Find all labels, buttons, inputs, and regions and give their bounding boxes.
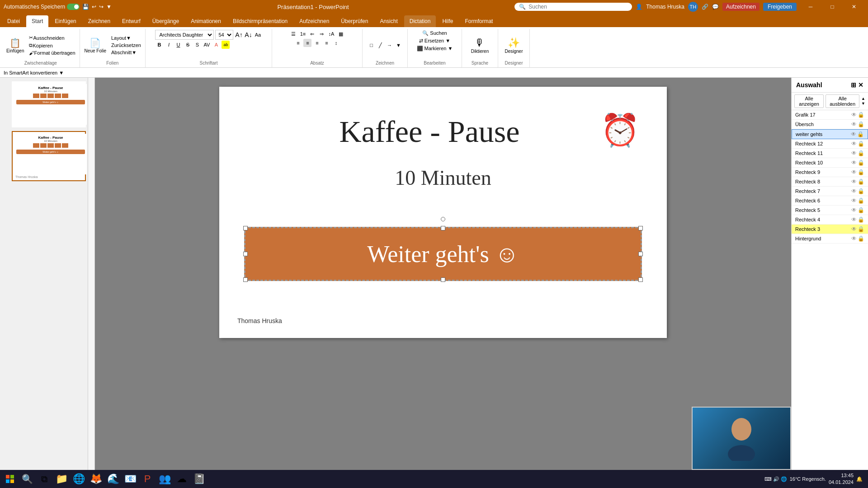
shape-arrow-button[interactable]: → — [385, 41, 393, 49]
slide-button-rect[interactable]: Weiter geht's ☺ — [244, 227, 642, 281]
layer-item-9[interactable]: Rechteck 6👁🔒 — [792, 196, 868, 206]
layer-eye-7[interactable]: 👁 — [851, 178, 857, 185]
tab-animationen[interactable]: Animationen — [185, 15, 226, 27]
justify-button[interactable]: ≡ — [322, 39, 330, 47]
hide-all-button[interactable]: Alle ausblenden — [826, 94, 859, 108]
abschnitt-button[interactable]: Abschnitt ▼ — [110, 49, 142, 56]
outlook-button[interactable]: 📧 — [122, 471, 138, 487]
copy-button[interactable]: ⧉ Kopieren — [28, 42, 76, 49]
zuruecksetzen-button[interactable]: Zurücksetzen — [110, 42, 142, 48]
move-down-icon[interactable]: ▼ — [861, 101, 865, 106]
system-tray[interactable]: ⌨ 🔊 🌐 — [764, 476, 787, 482]
layer-eye-9[interactable]: 👁 — [851, 197, 857, 204]
columns-button[interactable]: ▦ — [337, 30, 345, 38]
more-icon[interactable]: ▼ — [106, 4, 112, 10]
onedrive-button[interactable]: ☁ — [174, 471, 190, 487]
handle-br[interactable] — [638, 277, 643, 282]
autosave-toggle[interactable]: Automatisches Speichern — [4, 4, 80, 10]
notification-button[interactable]: 🔔 — [856, 476, 863, 482]
minimize-button[interactable]: ─ — [800, 0, 821, 14]
tab-start[interactable]: Start — [26, 15, 48, 27]
layer-lock-3[interactable]: 🔒 — [858, 141, 864, 147]
start-button[interactable] — [2, 471, 18, 487]
share-icon[interactable]: 🔗 — [702, 4, 708, 10]
layer-eye-0[interactable]: 👁 — [851, 112, 857, 118]
layer-lock-5[interactable]: 🔒 — [858, 160, 864, 166]
rotate-handle[interactable] — [441, 217, 445, 221]
font-selector[interactable]: Architects Daughter — [155, 30, 214, 40]
char-spacing-button[interactable]: AV — [203, 41, 211, 49]
align-left-button[interactable]: ≡ — [294, 39, 302, 47]
teams-button[interactable]: 👥 — [156, 471, 173, 487]
layer-item-8[interactable]: Rechteck 7👁🔒 — [792, 187, 868, 196]
comments-icon[interactable]: 💬 — [712, 4, 719, 10]
layer-item-4[interactable]: Rechteck 11👁🔒 — [792, 149, 868, 158]
italic-button[interactable]: I — [165, 41, 173, 49]
shadow-button[interactable]: S — [193, 41, 201, 49]
layer-eye-10[interactable]: 👁 — [851, 207, 857, 213]
markieren-button[interactable]: ⬛ Markieren ▼ — [415, 45, 454, 52]
onenote-button[interactable]: 📓 — [191, 471, 207, 487]
panel-close-icon[interactable]: ✕ — [858, 81, 863, 89]
bold-button[interactable]: B — [155, 41, 163, 49]
tab-aufzeichnen[interactable]: Aufzeichnen — [294, 15, 335, 27]
layer-lock-6[interactable]: 🔒 — [858, 169, 864, 175]
highlight-button[interactable]: ab — [222, 41, 230, 49]
layer-lock-10[interactable]: 🔒 — [858, 207, 864, 213]
layer-lock-9[interactable]: 🔒 — [858, 197, 864, 204]
font-color-button[interactable]: A — [212, 41, 220, 49]
designer-button[interactable]: ✨ Designer — [502, 35, 525, 56]
tab-uebergaenge[interactable]: Übergänge — [147, 15, 184, 27]
undo-icon[interactable]: ↩ — [92, 4, 96, 10]
handle-tm[interactable] — [441, 226, 445, 230]
firefox-button[interactable]: 🦊 — [88, 471, 104, 487]
shape-rect-button[interactable]: □ — [367, 41, 375, 49]
slide-thumb-1[interactable]: Kaffee - Pause 10 Minuten Weiter geht's … — [12, 81, 86, 127]
search-box[interactable]: 🔍 — [514, 3, 632, 11]
slide-canvas[interactable]: Kaffee - Pause ⏰ 10 Minuten Weiter geht'… — [219, 87, 667, 338]
align-right-button[interactable]: ≡ — [313, 39, 321, 47]
tab-dictation[interactable]: Dictation — [404, 15, 436, 27]
search-taskbar-button[interactable]: 🔍 — [19, 471, 35, 487]
clear-format-button[interactable]: Aa — [254, 31, 262, 39]
tab-ansicht[interactable]: Ansicht — [374, 15, 403, 27]
font-size-selector[interactable]: 54 — [215, 30, 233, 40]
close-button[interactable]: ✕ — [844, 0, 864, 14]
save-icon[interactable]: 💾 — [82, 4, 89, 10]
shape-more-button[interactable]: ▼ — [394, 41, 402, 49]
underline-button[interactable]: U — [174, 41, 182, 49]
panel-expand-icon[interactable]: ⊞ — [851, 81, 856, 89]
layout-button[interactable]: Layout ▼ — [110, 35, 142, 41]
layer-item-7[interactable]: Rechteck 8👁🔒 — [792, 177, 868, 187]
task-view-button[interactable]: ⧉ — [36, 471, 52, 487]
handle-tl[interactable] — [243, 226, 248, 230]
redo-icon[interactable]: ↪ — [99, 4, 104, 10]
layer-lock-8[interactable]: 🔒 — [858, 188, 864, 194]
text-direction-button[interactable]: ↕A — [327, 30, 335, 38]
tab-zeichnen[interactable]: Zeichnen — [83, 15, 116, 27]
maximize-button[interactable]: □ — [822, 0, 843, 14]
handle-mr[interactable] — [638, 252, 643, 256]
increase-font-button[interactable]: A↑ — [235, 31, 243, 39]
tab-hilfe[interactable]: Hilfe — [437, 15, 458, 27]
record-button[interactable]: Aufzeichnen — [722, 3, 760, 11]
layer-item-5[interactable]: Rechteck 10👁🔒 — [792, 158, 868, 168]
cut-button[interactable]: ✂ Ausschneiden — [28, 34, 76, 41]
layer-lock-11[interactable]: 🔒 — [858, 216, 864, 223]
handle-tr[interactable] — [638, 226, 643, 230]
suchen-button[interactable]: 🔍 Suchen — [421, 30, 448, 37]
layer-lock-0[interactable]: 🔒 — [858, 112, 864, 118]
autosave-switch[interactable] — [67, 4, 80, 10]
layer-lock-12[interactable]: 🔒 — [858, 226, 864, 232]
layer-eye-1[interactable]: 👁 — [851, 121, 857, 127]
layer-eye-13[interactable]: 👁 — [851, 235, 857, 242]
share-button[interactable]: Freigeben — [763, 3, 797, 11]
layer-item-3[interactable]: Rechteck 12👁🔒 — [792, 139, 868, 149]
layer-lock-2[interactable]: 🔒 — [857, 131, 864, 137]
indent-left-button[interactable]: ⇐ — [308, 30, 316, 38]
slide-thumb-2[interactable]: Kaffee - Pause 10 Minuten Weiter geht's … — [12, 131, 86, 181]
datetime[interactable]: 13:45 04.01.2024 — [829, 472, 854, 486]
edge-button[interactable]: 🌊 — [105, 471, 121, 487]
layer-eye-2[interactable]: 👁 — [851, 131, 856, 137]
layer-item-6[interactable]: Rechteck 9👁🔒 — [792, 168, 868, 177]
